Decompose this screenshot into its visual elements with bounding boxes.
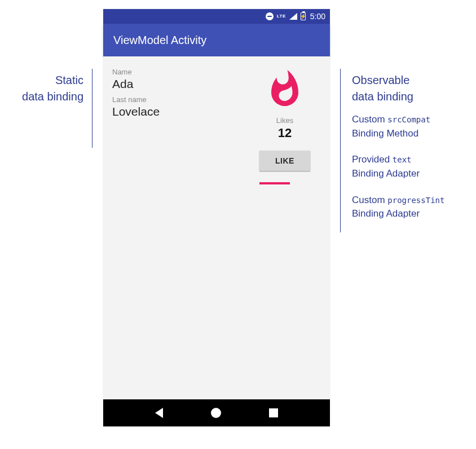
likes-column: Likes 12 LIKE xyxy=(249,64,321,391)
annotation-item3-prefix: Custom xyxy=(352,195,387,205)
signal-icon xyxy=(289,13,297,20)
content-area: Name Ada Last name Lovelace Likes 12 LIK… xyxy=(103,56,330,399)
annotation-left-heading: Static data binding xyxy=(0,72,83,105)
annotation-item2-line2: Binding Adapter xyxy=(352,168,420,179)
clock-label: 5:00 xyxy=(310,12,325,21)
app-bar: ViewModel Activity xyxy=(103,24,330,56)
do-not-disturb-icon xyxy=(266,12,274,20)
network-type-label: LTE xyxy=(277,14,286,19)
name-value: Ada xyxy=(112,77,240,91)
phone-frame: LTE ⚡ 5:00 ViewModel Activity Name Ada L… xyxy=(103,9,330,426)
annotation-item2-code: text xyxy=(393,155,412,164)
annotation-right: Observable data binding Custom srcCompat… xyxy=(345,72,469,234)
annotation-item3-code: progressTint xyxy=(387,196,444,205)
annotation-item-progresstint: Custom progressTint Binding Adapter xyxy=(352,193,469,221)
annotation-left: Static data binding xyxy=(0,72,90,113)
annotation-item3-line2: Binding Adapter xyxy=(352,208,420,219)
annotation-divider-left xyxy=(92,69,92,148)
lastname-value: Lovelace xyxy=(112,105,240,118)
user-fields-column: Name Ada Last name Lovelace xyxy=(112,64,240,391)
likes-label: Likes xyxy=(276,116,293,125)
annotation-right-heading-line1: Observable xyxy=(352,74,409,86)
annotation-left-heading-line2: data binding xyxy=(22,90,83,103)
nav-home-button[interactable] xyxy=(211,408,221,418)
annotation-item1-code: srcCompat xyxy=(387,115,430,124)
likes-count: 12 xyxy=(278,126,292,140)
annotation-item1-line2: Binding Method xyxy=(352,128,418,139)
annotation-item-text: Provided text Binding Adapter xyxy=(352,153,469,181)
annotation-divider-right xyxy=(340,69,341,232)
annotation-left-heading-line1: Static xyxy=(55,74,83,86)
app-bar-title: ViewModel Activity xyxy=(113,34,206,47)
like-button[interactable]: LIKE xyxy=(259,151,310,171)
name-label: Name xyxy=(112,68,240,76)
lastname-label: Last name xyxy=(112,95,240,104)
popularity-progress-fill xyxy=(259,182,290,184)
battery-charging-icon: ⚡ xyxy=(301,12,306,20)
status-bar: LTE ⚡ 5:00 xyxy=(103,9,330,24)
annotation-item2-prefix: Provided xyxy=(352,154,393,165)
annotation-right-heading-line2: data binding xyxy=(352,90,413,103)
popularity-flame-icon xyxy=(263,68,306,111)
nav-recent-button[interactable] xyxy=(269,408,278,417)
navigation-bar xyxy=(103,399,330,426)
popularity-progress xyxy=(259,182,310,184)
annotation-item1-prefix: Custom xyxy=(352,114,387,125)
annotation-right-heading: Observable data binding xyxy=(352,72,469,105)
nav-back-button[interactable] xyxy=(155,408,163,418)
annotation-item-srccompat: Custom srcCompat Binding Method xyxy=(352,113,469,140)
